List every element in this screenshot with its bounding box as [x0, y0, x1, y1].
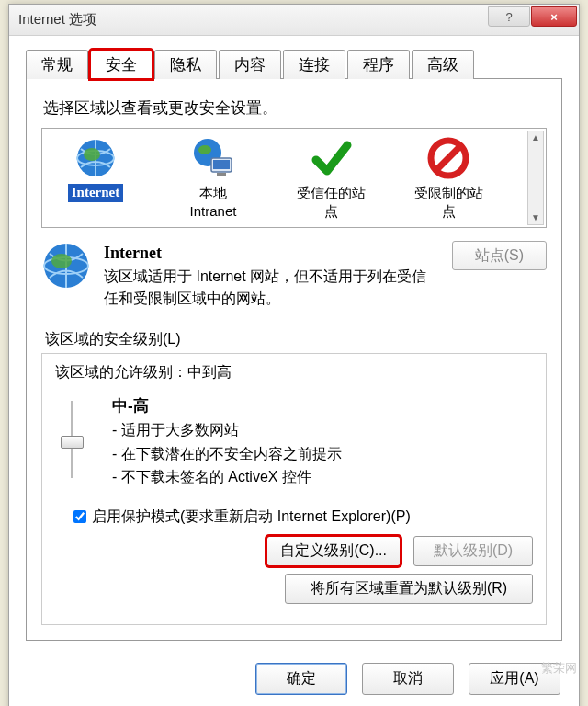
- reset-all-button[interactable]: 将所有区域重置为默认级别(R): [285, 574, 533, 604]
- protected-mode-label: 启用保护模式(要求重新启动 Internet Explorer)(P): [92, 507, 411, 527]
- zone-label: 受信任的站: [297, 184, 366, 202]
- zone-heading: Internet: [104, 241, 439, 266]
- zone-label: 本地: [199, 184, 227, 202]
- security-slider[interactable]: [55, 393, 88, 478]
- zone-scrollbar[interactable]: ▲ ▼: [527, 131, 544, 225]
- allowed-levels: 该区域的允许级别：中到高: [55, 363, 533, 382]
- globe-icon: [74, 136, 118, 180]
- zone-sublabel: 点: [442, 202, 456, 221]
- slider-thumb[interactable]: [61, 436, 84, 449]
- prohibit-icon: [426, 136, 470, 180]
- help-button[interactable]: ?: [488, 6, 530, 27]
- zone-local-intranet[interactable]: 本地 Intranet: [165, 136, 261, 220]
- ok-button[interactable]: 确定: [255, 663, 347, 695]
- protected-mode-row[interactable]: 启用保护模式(要求重新启动 Internet Explorer)(P): [74, 507, 533, 527]
- zone-label: 受限制的站: [414, 184, 483, 202]
- tab-general[interactable]: 常规: [26, 50, 88, 79]
- tab-advanced[interactable]: 高级: [412, 50, 474, 79]
- globe-icon: [41, 241, 91, 290]
- default-level-button[interactable]: 默认级别(D): [413, 536, 533, 566]
- svg-point-2: [84, 148, 100, 161]
- zone-internet[interactable]: Internet: [48, 136, 143, 202]
- zone-select-label: 选择区域以查看或更改安全设置。: [43, 97, 547, 119]
- globe-monitor-icon: [191, 136, 235, 180]
- apply-button[interactable]: 应用(A): [469, 663, 560, 695]
- sites-button[interactable]: 站点(S): [452, 241, 547, 270]
- zone-trusted[interactable]: 受信任的站 点: [283, 136, 379, 220]
- svg-point-4: [198, 145, 211, 154]
- cancel-button[interactable]: 取消: [362, 663, 454, 695]
- tab-programs[interactable]: 程序: [347, 50, 410, 79]
- zone-list: Internet 本地 Intranet 受信任的站 点 受限: [41, 128, 547, 228]
- zone-sublabel: Intranet: [190, 202, 237, 221]
- scroll-up-icon[interactable]: ▲: [529, 131, 542, 144]
- window-title: Internet 选项: [18, 11, 96, 28]
- dialog-buttons: 确定 取消 应用(A): [9, 650, 579, 706]
- protected-mode-checkbox[interactable]: [74, 510, 86, 523]
- current-level: 中-高: [112, 393, 342, 418]
- svg-line-9: [437, 147, 459, 169]
- tab-connections[interactable]: 连接: [283, 50, 345, 79]
- level-bullet: - 不下载未签名的 ActiveX 控件: [112, 465, 342, 489]
- titlebar[interactable]: Internet 选项 ? ×: [9, 5, 579, 36]
- zone-label: Internet: [68, 184, 124, 202]
- dialog-window: Internet 选项 ? × 常规 安全 隐私 内容 连接 程序 高级 选择区…: [8, 4, 580, 706]
- level-bullet: - 适用于大多数网站: [112, 418, 342, 442]
- tab-privacy[interactable]: 隐私: [154, 50, 217, 79]
- tab-security[interactable]: 安全: [90, 50, 153, 79]
- checkmark-icon: [309, 136, 353, 180]
- close-button[interactable]: ×: [531, 6, 577, 27]
- zone-detail: Internet 该区域适用于 Internet 网站，但不适用于列在受信任和受…: [41, 241, 547, 310]
- zone-restricted[interactable]: 受限制的站 点: [401, 136, 496, 220]
- svg-point-12: [51, 254, 72, 268]
- zone-description: Internet 该区域适用于 Internet 网站，但不适用于列在受信任和受…: [104, 241, 439, 310]
- zone-desc-text: 该区域适用于 Internet 网站，但不适用于列在受信任和受限制区域中的网站。: [104, 266, 439, 310]
- security-level-group: 该区域的允许级别：中到高 中-高 - 适用于大多数网站 - 在下载潜在的不安全内…: [41, 353, 547, 625]
- security-level-label: 该区域的安全级别(L): [45, 330, 547, 349]
- svg-rect-6: [213, 160, 230, 169]
- tab-content-panel: 选择区域以查看或更改安全设置。 Internet 本地 Intranet 受信任: [26, 78, 562, 641]
- tab-strip: 常规 安全 隐私 内容 连接 程序 高级: [9, 36, 579, 78]
- scroll-down-icon[interactable]: ▼: [529, 211, 542, 224]
- tab-content[interactable]: 内容: [219, 50, 281, 79]
- svg-rect-7: [217, 173, 226, 176]
- level-info: 中-高 - 适用于大多数网站 - 在下载潜在的不安全内容之前提示 - 不下载未签…: [112, 393, 342, 489]
- custom-level-button[interactable]: 自定义级别(C)...: [266, 536, 401, 566]
- zone-sublabel: 点: [324, 202, 338, 221]
- level-bullet: - 在下载潜在的不安全内容之前提示: [112, 442, 342, 466]
